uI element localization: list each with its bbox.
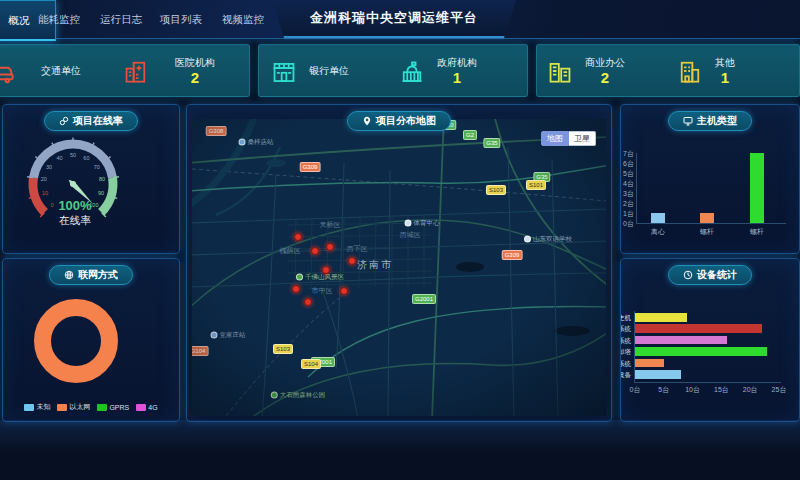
device-stats-bar <box>635 370 681 379</box>
road-badge: S101 <box>526 180 546 190</box>
host-type-chart: 0台1台2台3台4台5台6台7台离心螺杆螺杆 <box>621 125 799 249</box>
stat-value: 2 <box>585 70 625 86</box>
legend-label: 4G <box>148 404 157 411</box>
map-poi[interactable]: 山东双语学校 <box>524 235 572 244</box>
map-layer-switch: 地图 卫星 <box>541 131 596 146</box>
project-marker[interactable] <box>348 257 356 265</box>
building-icon <box>677 58 703 84</box>
poi-label: 大石崮森林公园 <box>280 391 326 400</box>
legend-item[interactable]: 4G <box>136 402 157 412</box>
tab-run-log[interactable]: 运行日志 <box>100 0 142 38</box>
location-pin-icon <box>362 116 372 126</box>
network-title: 联网方式 <box>78 268 118 282</box>
network-header: 联网方式 <box>49 265 133 285</box>
poi-dot-icon <box>405 220 412 227</box>
district-label: 槐荫区 <box>280 246 301 256</box>
tab-video-monitor[interactable]: 视频监控 <box>222 0 264 38</box>
network-legend: 未知以太网GPRS4G <box>3 402 179 412</box>
tab-project-list[interactable]: 项目列表 <box>160 0 202 38</box>
svg-text:60: 60 <box>83 155 89 161</box>
map-mode-button[interactable]: 地图 <box>541 131 569 146</box>
satellite-mode-button[interactable]: 卫星 <box>569 131 596 146</box>
svg-text:90: 90 <box>98 190 104 196</box>
panel-host-type: 主机类型 0台1台2台3台4台5台6台7台离心螺杆螺杆 <box>620 104 800 254</box>
stat-item-other: 其他1 <box>677 56 735 86</box>
y-axis-tick: 5台 <box>621 169 634 179</box>
panel-network-type: 联网方式 未知以太网GPRS4G <box>2 258 180 422</box>
device-row-label: 末端设备 <box>620 371 631 380</box>
map-poi[interactable]: 千佛山风景区 <box>296 273 344 282</box>
title-glow-divider <box>284 36 504 40</box>
project-marker[interactable] <box>340 287 348 295</box>
stat-item-government: 政府机构1 <box>399 56 477 86</box>
x-axis-tick: 20台 <box>738 385 762 395</box>
device-stats-title: 设备统计 <box>697 268 737 282</box>
legend-item[interactable]: GPRS <box>97 402 129 412</box>
legend-item[interactable]: 未知 <box>24 402 50 412</box>
legend-item[interactable]: 以太网 <box>57 402 90 412</box>
device-stats-bar <box>635 313 687 322</box>
legend-label: 以太网 <box>69 402 90 412</box>
y-axis-tick: 3台 <box>621 189 634 199</box>
host-type-bar <box>700 213 714 223</box>
x-axis-category: 螺杆 <box>737 227 777 237</box>
road-badge: S104 <box>301 359 321 369</box>
stat-value: 1 <box>437 70 477 86</box>
svg-text:30: 30 <box>46 164 52 170</box>
poi-label: 党家庄站 <box>220 331 246 340</box>
stat-card-2: 银行单位 政府机构1 <box>258 44 528 97</box>
project-marker[interactable] <box>326 243 334 251</box>
device-stats-header: 设备统计 <box>668 265 752 285</box>
device-stats-bar <box>635 347 767 356</box>
stat-item-hospital: 医院机构2 <box>123 56 215 86</box>
platform-title-box: 金洲科瑞中央空调运维平台 <box>272 0 516 38</box>
y-axis-tick: 2台 <box>621 199 634 209</box>
project-marker[interactable] <box>322 266 330 274</box>
poi-dot-icon <box>211 332 218 339</box>
road-badge: G2 <box>463 130 477 140</box>
platform-title: 金洲科瑞中央空调运维平台 <box>272 0 516 36</box>
network-donut-chart <box>34 299 118 383</box>
project-marker[interactable] <box>294 233 302 241</box>
legend-label: 未知 <box>36 402 50 412</box>
poi-label: 山东双语学校 <box>533 235 572 244</box>
map-poi[interactable]: 体育中心 <box>405 219 440 228</box>
host-type-header: 主机类型 <box>668 111 752 131</box>
road-badge: S103 <box>486 185 506 195</box>
x-axis-category: 离心 <box>638 227 678 237</box>
x-axis-category: 螺杆 <box>687 227 727 237</box>
device-stats-bar <box>635 336 727 345</box>
project-marker[interactable] <box>311 247 319 255</box>
stat-card-3: 商业办公2 其他1 <box>536 44 800 97</box>
device-row-label: 主机 <box>620 314 631 323</box>
map-poi[interactable]: 大石崮森林公园 <box>271 391 326 400</box>
tab-energy-monitor[interactable]: 能耗监控 <box>38 0 80 38</box>
svg-text:80: 80 <box>99 176 105 182</box>
hospital-icon <box>123 58 149 84</box>
map-poi[interactable]: 桑梓店站 <box>239 138 274 147</box>
district-label: 市中区 <box>312 286 333 296</box>
device-stats-chart: 主机水系统风系统冷却塔电系统末端设备0台5台10台15台20台25台 <box>621 303 799 417</box>
stat-label: 银行单位 <box>309 64 349 78</box>
link-icon <box>59 116 69 126</box>
map-canvas[interactable]: G308G309G309G104G20G2G35G35G2001G2001S10… <box>192 119 606 416</box>
poi-dot-icon <box>296 274 303 281</box>
svg-text:0: 0 <box>51 202 54 208</box>
road-badge: G104 <box>192 346 208 356</box>
poi-dot-icon <box>524 236 531 243</box>
online-rate-gauge: 0102030405060708090100100%在线率 <box>3 121 179 251</box>
x-axis-tick: 5台 <box>652 385 676 395</box>
project-marker[interactable] <box>304 298 312 306</box>
legend-label: GPRS <box>109 404 129 411</box>
bank-icon <box>271 58 297 84</box>
online-rate-header: 项目在线率 <box>44 111 138 131</box>
project-marker[interactable] <box>292 285 300 293</box>
map-header: 项目分布地图 <box>347 111 451 131</box>
map-poi[interactable]: 党家庄站 <box>211 331 246 340</box>
stat-label: 商业办公 <box>585 56 625 70</box>
stat-value: 1 <box>715 70 735 86</box>
x-axis-line <box>636 223 786 224</box>
office-icon <box>547 58 573 84</box>
host-type-bar <box>750 153 764 223</box>
road-badge: G309 <box>300 162 321 172</box>
